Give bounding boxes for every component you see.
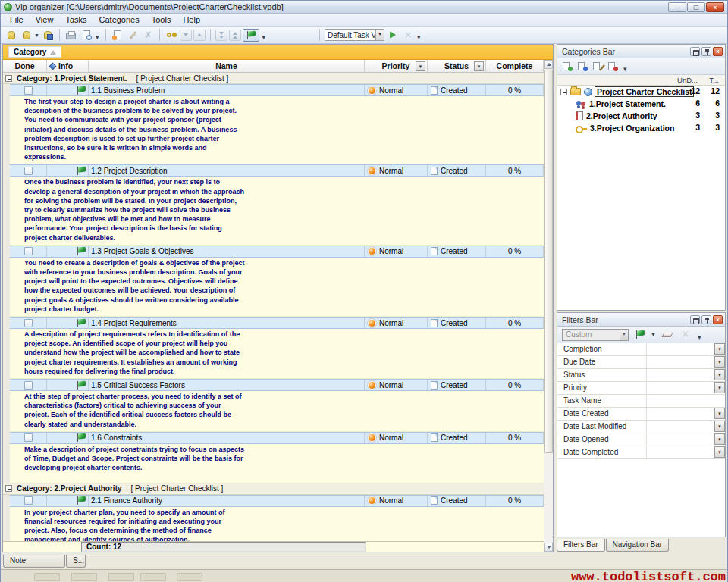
task-name[interactable]: 1.5 Critical Success Factors	[89, 380, 365, 390]
maximize-button[interactable]: ▢	[687, 2, 705, 12]
tree-item-category[interactable]: 3.Project Organization 3 3	[557, 122, 725, 134]
menu-help[interactable]: Help	[177, 14, 206, 25]
task-row[interactable]: 2.1 Finance Authority Normal Created 0 %	[10, 495, 544, 507]
menu-categories[interactable]: Categories	[93, 14, 146, 25]
scrollbar-thumb[interactable]	[544, 70, 553, 453]
task-row[interactable]: 1.1 Business Problem Normal Created 0 %	[10, 84, 544, 96]
task-name[interactable]: 1.6 Constraints	[89, 433, 365, 443]
task-name[interactable]: 1.1 Business Problem	[89, 85, 365, 95]
task-checkbox[interactable]	[24, 381, 33, 390]
new-task-icon[interactable]	[111, 28, 124, 42]
tree-item-category[interactable]: 2.Project Authority 3 3	[557, 110, 725, 122]
task-name[interactable]: 2.1 Finance Authority	[89, 496, 365, 506]
menu-tools[interactable]: Tools	[146, 14, 177, 25]
total-column[interactable]: T...	[709, 76, 719, 84]
add-category-icon[interactable]	[577, 61, 588, 71]
column-name[interactable]: Name	[89, 60, 365, 72]
print-preview-icon[interactable]	[80, 28, 93, 42]
filter-value-field[interactable]	[647, 369, 714, 381]
column-complete[interactable]: Complete	[486, 60, 544, 72]
priority-filter-dropdown-icon[interactable]: ▼	[416, 61, 425, 71]
delete-category-icon[interactable]	[607, 61, 618, 71]
panel-close-icon[interactable]: x	[713, 315, 723, 324]
save-database-icon[interactable]	[41, 28, 55, 42]
panel-pin-icon[interactable]	[701, 47, 711, 56]
open-database-dropdown-icon[interactable]: ▼	[34, 33, 39, 38]
filter-dropdown-icon[interactable]: ▼	[714, 369, 725, 380]
apply-filter-icon[interactable]	[633, 328, 647, 342]
filter-value-field[interactable]	[647, 433, 714, 446]
task-name[interactable]: 1.4 Project Requirements	[89, 318, 365, 328]
edit-task-icon[interactable]	[126, 28, 140, 42]
collapse-icon[interactable]	[5, 485, 12, 492]
undone-column[interactable]: UnD...	[677, 76, 698, 84]
task-checkbox[interactable]	[24, 319, 33, 327]
new-checklist-icon[interactable]	[562, 61, 573, 71]
panel-restore-icon[interactable]	[690, 47, 700, 56]
column-status[interactable]: Status▼	[428, 60, 486, 72]
tree-item-category[interactable]: 1.Project Statement. 6 6	[557, 98, 725, 110]
clear-filter-icon[interactable]	[661, 328, 674, 342]
filter-value-field[interactable]	[647, 382, 714, 394]
task-row[interactable]: 1.3 Project Goals & Objectives Normal Cr…	[10, 246, 544, 258]
apply-view-icon[interactable]	[386, 28, 400, 42]
filter-dropdown-icon[interactable]: ▼	[714, 421, 725, 432]
highlight-icon[interactable]	[165, 28, 178, 42]
tab-subtasks[interactable]: S...	[66, 555, 86, 568]
open-database-icon[interactable]	[20, 28, 33, 42]
task-name[interactable]: 1.3 Project Goals & Objectives	[89, 246, 365, 257]
task-checkbox[interactable]	[24, 86, 33, 95]
filter-dropdown-icon[interactable]: ▼	[714, 382, 725, 393]
task-name[interactable]: 1.2 Project Description	[89, 165, 365, 176]
tree-item-root[interactable]: Project Charter Checklist 12 12	[557, 86, 725, 98]
tree-collapse-icon[interactable]	[560, 89, 567, 95]
menu-tasks[interactable]: Tasks	[59, 14, 93, 25]
title-bar[interactable]: Vip organizer [C:\Users\dmitry\Documents…	[1, 1, 727, 14]
task-checkbox[interactable]	[24, 496, 33, 505]
filter-value-field[interactable]	[647, 395, 725, 407]
panel-restore-icon[interactable]	[690, 315, 700, 324]
clear-view-icon[interactable]: ✕	[401, 28, 415, 42]
preset-dropdown-icon[interactable]: ▼	[620, 330, 628, 340]
task-row[interactable]: 1.2 Project Description Normal Created 0…	[10, 164, 544, 177]
task-checkbox[interactable]	[24, 433, 33, 442]
filter-value-field[interactable]	[647, 408, 714, 420]
collapse-icon[interactable]	[5, 75, 12, 82]
filter-value-field[interactable]	[647, 446, 714, 458]
panel-pin-icon[interactable]	[701, 315, 711, 324]
delete-task-icon[interactable]: ✗	[141, 28, 155, 42]
status-filter-dropdown-icon[interactable]: ▼	[474, 61, 484, 71]
move-bottom-icon[interactable]	[215, 30, 228, 41]
minimize-button[interactable]: —	[668, 2, 686, 12]
task-view-flag-icon[interactable]	[243, 29, 259, 42]
group-row[interactable]: Category: 2.Project Authority [ Project …	[3, 483, 544, 495]
filter-value-field[interactable]	[647, 343, 714, 355]
close-button[interactable]: x	[706, 2, 724, 12]
new-database-icon[interactable]	[5, 28, 18, 42]
task-checkbox[interactable]	[24, 167, 33, 175]
task-checkbox[interactable]	[24, 247, 33, 255]
task-view-combo[interactable]: Default Task V ▼	[325, 29, 384, 41]
categories-overflow-icon[interactable]: ▾	[623, 65, 627, 73]
column-done[interactable]: Done	[3, 60, 47, 72]
menu-view[interactable]: View	[30, 14, 60, 25]
apply-filter-dropdown-icon[interactable]: ▼	[651, 332, 656, 337]
scroll-up-icon[interactable]	[544, 60, 553, 69]
filters-overflow-icon[interactable]: ▾	[698, 333, 701, 341]
group-row[interactable]: Category: 1.Project Statement. [ Project…	[3, 73, 544, 84]
column-info[interactable]: Info	[47, 60, 89, 72]
filter-dropdown-icon[interactable]: ▼	[714, 343, 725, 355]
filter-dropdown-icon[interactable]: ▼	[714, 408, 725, 419]
filter-dropdown-icon[interactable]: ▼	[714, 433, 725, 445]
filter-dropdown-icon[interactable]: ▼	[714, 446, 725, 458]
edit-category-icon[interactable]	[592, 61, 603, 71]
task-row[interactable]: 1.5 Critical Success Factors Normal Crea…	[10, 379, 544, 391]
vertical-scrollbar[interactable]	[544, 60, 553, 552]
task-row[interactable]: 1.6 Constraints Normal Created 0 %	[10, 432, 544, 444]
panel-close-icon[interactable]: x	[713, 47, 723, 56]
filter-value-field[interactable]	[647, 356, 714, 368]
column-priority[interactable]: Priority▼	[365, 60, 428, 72]
filter-value-field[interactable]	[647, 421, 714, 433]
remove-filter-icon[interactable]: ✕	[679, 328, 692, 342]
combo-dropdown-icon[interactable]: ▼	[375, 30, 384, 40]
